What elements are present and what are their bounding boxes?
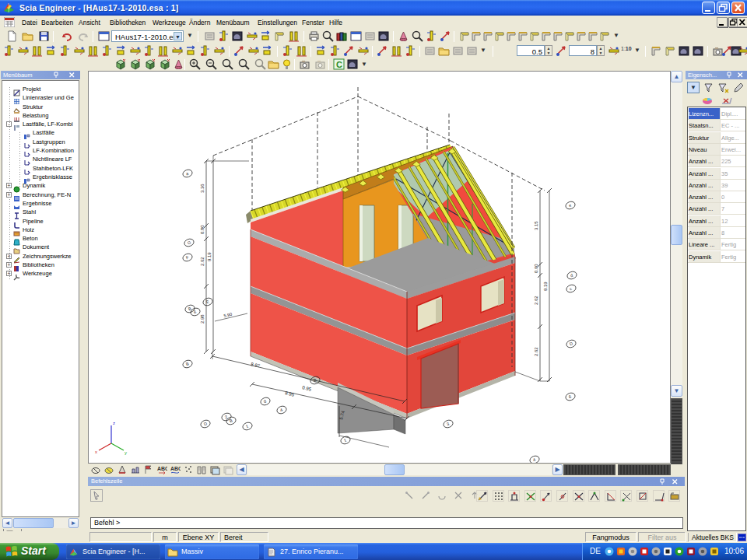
- svg-text:4: 4: [279, 408, 283, 413]
- svg-text:e: e: [568, 203, 572, 208]
- svg-text:9.19: 9.19: [207, 252, 212, 261]
- svg-text:1: 1: [343, 438, 347, 443]
- svg-text:B: B: [229, 418, 233, 423]
- svg-text:0.95: 0.95: [302, 385, 312, 392]
- svg-text:9.19: 9.19: [543, 282, 548, 291]
- svg-text:6: 6: [193, 310, 197, 315]
- svg-text:C: C: [336, 60, 342, 69]
- svg-text:0: 0: [263, 399, 267, 404]
- svg-text:x: x: [95, 450, 97, 454]
- svg-text:G: G: [187, 240, 191, 245]
- svg-text:3.36: 3.36: [200, 184, 205, 193]
- svg-text:4: 4: [532, 457, 536, 463]
- svg-text:2.62: 2.62: [200, 257, 205, 266]
- svg-text:ABC: ABC: [170, 466, 181, 471]
- svg-text:2.98: 2.98: [200, 314, 205, 324]
- svg-text:8.97: 8.97: [251, 362, 261, 369]
- svg-text:E: E: [205, 299, 210, 304]
- svg-text:2.62: 2.62: [534, 296, 538, 305]
- svg-text:3.15: 3.15: [534, 221, 538, 230]
- svg-text:D: D: [569, 341, 573, 346]
- svg-text:2.62: 2.62: [534, 347, 538, 356]
- svg-text:c: c: [569, 286, 573, 292]
- svg-text:a: a: [185, 170, 190, 176]
- svg-text:6: 6: [568, 394, 572, 400]
- svg-text:1: 1: [245, 424, 249, 429]
- svg-text:F: F: [185, 254, 190, 260]
- svg-text:8.95: 8.95: [285, 390, 295, 397]
- svg-text:y: y: [124, 450, 127, 455]
- svg-text:D: D: [203, 421, 208, 426]
- svg-text:3: 3: [446, 422, 450, 427]
- svg-text:0.60: 0.60: [534, 264, 538, 273]
- svg-text:B: B: [185, 361, 190, 366]
- svg-text:d: d: [570, 273, 573, 278]
- svg-text:z: z: [113, 421, 115, 425]
- svg-text:ABC: ABC: [157, 466, 167, 471]
- svg-text:0.80: 0.80: [200, 225, 205, 234]
